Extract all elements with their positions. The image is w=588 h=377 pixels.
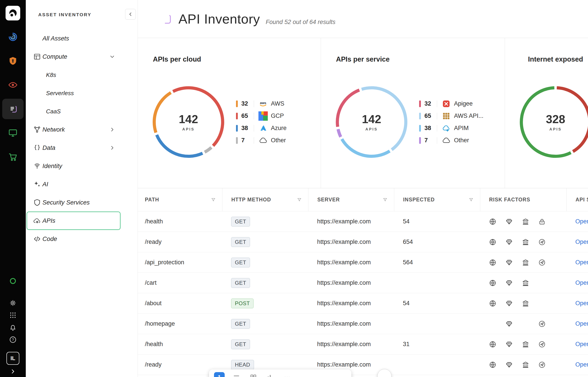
risk-slot-gem — [505, 320, 522, 328]
funnel-icon[interactable] — [382, 197, 388, 202]
bottom-toolbar: 1 — [209, 369, 351, 377]
inspected-cell: 31 — [394, 341, 480, 348]
ring-icon — [9, 277, 17, 285]
globe-icon — [489, 279, 496, 287]
sidebar-item-serverless[interactable]: Serverless — [27, 84, 120, 102]
rail-expand-button[interactable] — [8, 367, 18, 376]
pagination-page-1[interactable]: 1 — [214, 372, 225, 377]
cloud-icon — [442, 136, 451, 145]
sidebar-item-data[interactable]: Data — [27, 139, 120, 157]
green-circle-logo[interactable] — [2, 275, 23, 287]
help-button[interactable] — [2, 333, 23, 346]
api-spec-link[interactable]: OpenAPI — [575, 238, 588, 245]
risk-slot-globe — [489, 259, 505, 266]
settings-button[interactable] — [2, 297, 23, 309]
risk-factors-cell — [480, 218, 566, 225]
http-method-badge: GET — [231, 217, 250, 226]
sidebar-item-compute[interactable]: Compute — [27, 47, 120, 66]
sidebar-item-code[interactable]: Code — [27, 230, 120, 248]
funnel-icon[interactable] — [468, 197, 474, 202]
chart-view-button[interactable] — [265, 373, 275, 377]
api-spec-link[interactable]: OpenAPI — [575, 361, 588, 368]
legend-value: 32 — [241, 100, 253, 107]
legend-value: 38 — [425, 125, 436, 132]
sidebar: ASSET INVENTORY All AssetsComputeK8sServ… — [26, 0, 138, 377]
api-spec-cell: OpenAPI — [566, 361, 588, 368]
legend-color-tick — [419, 113, 421, 119]
sidebar-item-apis[interactable]: APIs — [27, 212, 120, 230]
table-row[interactable]: /healthGEThttps://example.com54OpenAPI — [138, 211, 588, 232]
api-spec-link[interactable]: OpenAPI — [575, 341, 588, 347]
http-method-badge: HEAD — [231, 360, 254, 370]
inspected-cell: 564 — [394, 259, 480, 266]
funnel-icon[interactable] — [211, 197, 216, 202]
risk-slot-send — [538, 341, 555, 348]
risk-factors-cell — [480, 341, 566, 348]
sidebar-item-caas[interactable]: CaaS — [27, 102, 120, 120]
rail-item-swirl[interactable] — [2, 25, 23, 49]
column-header-server[interactable]: SERVER — [308, 188, 394, 211]
table-row[interactable]: /readyGEThttps://example.com654OpenAPI — [138, 232, 588, 252]
rail-item-apis[interactable] — [2, 99, 23, 119]
column-header-path[interactable]: PATH — [138, 188, 222, 211]
rows-view-button[interactable] — [231, 373, 242, 377]
more-options-button[interactable] — [282, 373, 292, 377]
column-header-http-method[interactable]: HTTP METHOD — [222, 188, 308, 211]
apigee-icon — [442, 99, 451, 108]
http-method-cell: GET — [222, 319, 308, 329]
sidebar-item-ai[interactable]: AI — [27, 175, 120, 193]
table-row[interactable]: /aboutPOSThttps://example.com54OpenAPI — [138, 293, 588, 314]
funnel-icon[interactable] — [297, 197, 302, 202]
risk-slot-gem — [505, 300, 522, 307]
apps-grid-button[interactable] — [2, 309, 23, 321]
sidebar-item-network[interactable]: Network — [27, 120, 120, 139]
path-cell: /health — [138, 218, 222, 225]
rail-item-shield[interactable] — [2, 49, 23, 73]
legend-value: 65 — [241, 112, 253, 119]
api-spec-link[interactable]: OpenAPI — [575, 300, 588, 306]
table-row[interactable]: /homepageGEThttps://example.comOpenAPI — [138, 314, 588, 334]
brand-logo[interactable] — [6, 6, 20, 21]
sidebar-item-label: CaaS — [46, 108, 61, 115]
sidebar-item-security-services[interactable]: Security Services — [27, 193, 120, 212]
risk-slot-gem — [505, 259, 522, 266]
table-row[interactable]: /healthGEThttps://example.com31OpenAPI — [138, 334, 588, 354]
api-spec-link[interactable]: OpenAPI — [575, 320, 588, 327]
http-method-badge: GET — [231, 237, 250, 247]
api-spec-link[interactable]: OpenAPI — [575, 259, 588, 266]
sidebar-item-identity[interactable]: Identity — [27, 157, 120, 175]
http-method-badge: POST — [231, 298, 254, 308]
legend-label: GCP — [271, 112, 284, 119]
rail-item-monitor[interactable] — [2, 121, 23, 145]
sidebar-item-k8s[interactable]: K8s — [27, 66, 120, 84]
aws-apigw-icon — [442, 111, 451, 121]
charts-row: APIs per cloud142APIs32AWS65GCP38Azure7O… — [138, 38, 588, 188]
path-cell: /ready — [138, 238, 222, 245]
table-row[interactable]: /api_protectionGEThttps://example.com98O… — [138, 375, 588, 377]
column-header-inspected[interactable]: INSPECTED — [394, 188, 480, 211]
gem-icon — [505, 341, 513, 348]
api-spec-link[interactable]: OpenAPI — [575, 218, 588, 225]
notifications-button[interactable] — [2, 321, 23, 333]
http-method-badge: GET — [231, 340, 250, 349]
chart-panel-apis-per-service: APIs per service142APIs32Apigee65AWS API… — [321, 38, 505, 188]
table-row[interactable]: /cartGEThttps://example.comOpenAPI — [138, 273, 588, 293]
legend-label: AWS — [271, 100, 284, 107]
sidebar-collapse-button[interactable] — [125, 9, 136, 20]
chevron-right-icon — [109, 126, 115, 133]
grid-view-button[interactable] — [248, 373, 258, 377]
sidebar-list: All AssetsComputeK8sServerlessCaaSNetwor… — [26, 29, 138, 248]
api-inventory-icon — [159, 12, 173, 26]
risk-slot-send — [538, 320, 555, 328]
table-row[interactable]: /api_protectionGEThttps://example.com564… — [138, 252, 588, 273]
risk-slot-bank — [522, 238, 538, 246]
sidebar-item-all-assets[interactable]: All Assets — [27, 29, 120, 47]
rail-item-eye[interactable] — [2, 73, 23, 97]
rail-item-cart[interactable] — [2, 145, 23, 169]
sidebar-item-label: Data — [42, 144, 55, 151]
api-spec-link[interactable]: OpenAPI — [575, 279, 588, 286]
sidebar-item-label: Security Services — [42, 199, 90, 206]
user-avatar[interactable]: IL — [6, 352, 19, 365]
table-row[interactable]: /readyHEADhttps://example.comOpenAPI — [138, 354, 588, 375]
http-method-cell: POST — [222, 298, 308, 308]
